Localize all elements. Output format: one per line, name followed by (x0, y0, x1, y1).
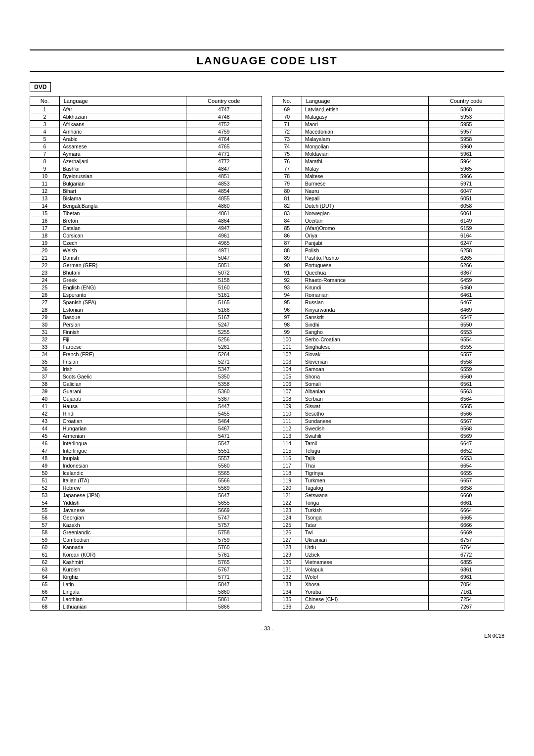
row-lang: Bhutani (59, 269, 186, 277)
table-row: 63 Kurdish 5767 (30, 566, 262, 573)
row-no: 88 (272, 247, 302, 254)
row-code: 5860 (186, 588, 262, 596)
row-code: 5367 (186, 395, 262, 403)
row-code: 5566 (186, 477, 262, 484)
row-lang: Greenlandic (59, 529, 186, 536)
row-no: 104 (272, 366, 302, 373)
row-no: 1 (30, 106, 60, 113)
row-no: 32 (30, 336, 60, 343)
row-lang: Irish (59, 366, 186, 373)
row-code: 5866 (186, 603, 262, 611)
row-code: 5759 (186, 536, 262, 544)
row-lang: Portuguese (302, 262, 428, 269)
table-row: 116 Tajik 6653 (272, 455, 504, 462)
row-no: 100 (272, 336, 302, 343)
row-code: 6266 (428, 262, 504, 269)
table-row: 49 Indonesian 5560 (30, 462, 262, 470)
row-no: 102 (272, 351, 302, 358)
row-no: 94 (272, 291, 302, 299)
row-code: 5964 (428, 158, 504, 165)
row-code: 5758 (186, 529, 262, 536)
row-lang: Hindi (59, 410, 186, 418)
row-no: 60 (30, 544, 60, 551)
row-no: 49 (30, 462, 60, 470)
row-lang: Thai (302, 462, 428, 470)
row-code: 6961 (428, 573, 504, 581)
row-lang: Javanese (59, 507, 186, 514)
row-code: 4854 (186, 188, 262, 195)
row-lang: French (FRE) (59, 351, 186, 358)
row-code: 6569 (428, 432, 504, 440)
row-lang: Pashto;Pushto (302, 254, 428, 262)
table-row: 114 Tamil 6647 (272, 440, 504, 447)
table-row: 27 Spanish (SPA) 5165 (30, 299, 262, 306)
row-lang: Azerbaijani (59, 158, 186, 165)
table-row: 50 Icelandic 5565 (30, 470, 262, 477)
table-row: 115 Telugu 6652 (272, 447, 504, 455)
row-code: 5358 (186, 380, 262, 388)
row-no: 28 (30, 306, 60, 314)
row-code: 6265 (428, 254, 504, 262)
row-code: 6159 (428, 225, 504, 232)
table-row: 69 Latvian;Lettish 5868 (272, 106, 504, 113)
row-no: 78 (272, 173, 302, 180)
row-lang: Vietnamese (302, 559, 428, 566)
row-no: 89 (272, 254, 302, 262)
table-row: 44 Hungarian 5467 (30, 425, 262, 432)
row-code: 5165 (186, 299, 262, 306)
row-no: 85 (272, 225, 302, 232)
row-no: 114 (272, 440, 302, 447)
row-no: 80 (272, 188, 302, 195)
row-code: 5655 (186, 499, 262, 507)
row-no: 5 (30, 136, 60, 143)
row-lang: Urdu (302, 544, 428, 551)
row-no: 2 (30, 113, 60, 121)
row-code: 5051 (186, 262, 262, 269)
row-no: 93 (272, 284, 302, 291)
row-code: 6566 (428, 410, 504, 418)
row-lang: Maori (302, 121, 428, 128)
row-no: 13 (30, 195, 60, 202)
row-code: 5255 (186, 329, 262, 336)
row-lang: Russian (302, 299, 428, 306)
row-lang: Tamil (302, 440, 428, 447)
row-code: 6654 (428, 462, 504, 470)
right-col-no: No. (272, 96, 302, 106)
table-row: 89 Pashto;Pushto 6265 (272, 254, 504, 262)
row-no: 21 (30, 254, 60, 262)
table-row: 22 German (GER) 5051 (30, 262, 262, 269)
table-row: 129 Uzbek 6772 (272, 551, 504, 559)
row-no: 117 (272, 462, 302, 470)
table-row: 130 Vietnamese 6855 (272, 559, 504, 566)
row-no: 135 (272, 596, 302, 603)
row-lang: Amharic (59, 128, 186, 136)
page-title: LANGUAGE CODE LIST (30, 49, 504, 72)
table-row: 56 Georgian 5747 (30, 514, 262, 521)
row-code: 5350 (186, 373, 262, 380)
row-lang: Kinyarwanda (302, 306, 428, 314)
row-code: 5447 (186, 403, 262, 410)
row-code: 5247 (186, 321, 262, 329)
row-code: 4771 (186, 150, 262, 158)
table-row: 123 Turkish 6664 (272, 507, 504, 514)
row-code: 6567 (428, 418, 504, 425)
row-no: 90 (272, 262, 302, 269)
row-lang: Norwegian (302, 210, 428, 217)
row-code: 6467 (428, 299, 504, 306)
table-row: 119 Turkmen 6657 (272, 477, 504, 484)
table-row: 98 Sindhi 6550 (272, 321, 504, 329)
row-no: 57 (30, 521, 60, 529)
row-code: 5464 (186, 418, 262, 425)
row-code: 6047 (428, 188, 504, 195)
left-col-no: No. (30, 96, 60, 106)
row-no: 45 (30, 432, 60, 440)
row-lang: Icelandic (59, 470, 186, 477)
row-lang: Tagalog (302, 484, 428, 492)
row-lang: Bislama (59, 195, 186, 202)
row-lang: Setswana (302, 492, 428, 499)
right-col-lang: Language (302, 96, 428, 106)
row-code: 6764 (428, 544, 504, 551)
table-row: 19 Czech 4965 (30, 239, 262, 247)
table-row: 43 Croatian 5464 (30, 418, 262, 425)
row-no: 47 (30, 447, 60, 455)
